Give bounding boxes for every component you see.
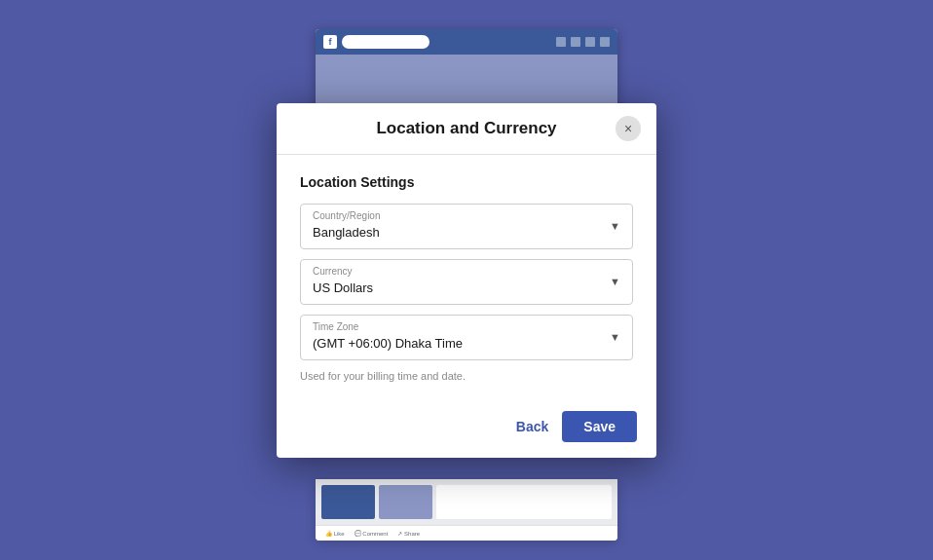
helper-text: Used for your billing time and date. bbox=[300, 370, 633, 382]
modal-title: Location and Currency bbox=[376, 119, 556, 138]
country-region-field[interactable]: Country/Region Bangladesh ▼ bbox=[300, 204, 633, 249]
currency-value: US Dollars bbox=[313, 280, 373, 295]
modal-dialog: Location and Currency × Location Setting… bbox=[277, 103, 656, 458]
modal-header: Location and Currency × bbox=[277, 103, 656, 155]
timezone-label: Time Zone bbox=[313, 321, 597, 332]
currency-label: Currency bbox=[313, 266, 597, 277]
modal-close-button[interactable]: × bbox=[616, 116, 641, 141]
country-region-arrow-icon: ▼ bbox=[610, 220, 620, 232]
timezone-arrow-icon: ▼ bbox=[610, 331, 620, 343]
location-settings-title: Location Settings bbox=[300, 174, 633, 190]
country-region-value: Bangladesh bbox=[313, 225, 380, 240]
timezone-value: (GMT +06:00) Dhaka Time bbox=[313, 336, 463, 351]
timezone-field[interactable]: Time Zone (GMT +06:00) Dhaka Time ▼ bbox=[300, 315, 633, 360]
modal-overlay: Location and Currency × Location Setting… bbox=[0, 0, 933, 560]
currency-arrow-icon: ▼ bbox=[610, 276, 620, 287]
back-button[interactable]: Back bbox=[516, 419, 548, 434]
currency-field[interactable]: Currency US Dollars ▼ bbox=[300, 259, 633, 305]
save-button[interactable]: Save bbox=[562, 411, 637, 442]
modal-footer: Back Save bbox=[277, 401, 656, 458]
modal-body: Location Settings Country/Region Banglad… bbox=[277, 155, 656, 401]
country-region-label: Country/Region bbox=[313, 210, 597, 221]
